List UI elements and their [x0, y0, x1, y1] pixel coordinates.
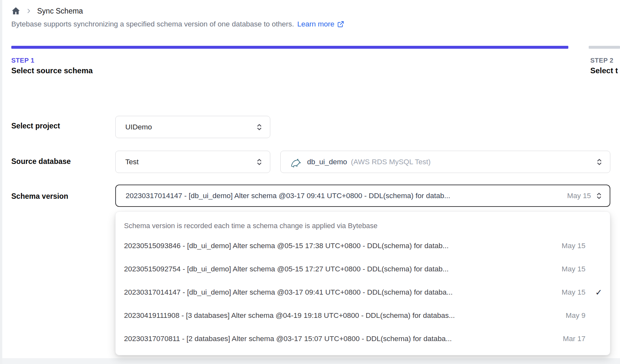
- source-environment-value: Test: [125, 158, 251, 166]
- learn-more-label: Learn more: [297, 20, 335, 28]
- step2-label: STEP 2: [590, 57, 614, 64]
- option-text: 20230419111908 - [3 databases] Alter sch…: [124, 311, 560, 320]
- option-date: May 15: [560, 288, 585, 297]
- option-date: May 15: [560, 265, 585, 273]
- schema-version-option[interactable]: 20230419111908 - [3 databases] Alter sch…: [124, 304, 602, 327]
- step2-progress-bar: [589, 46, 620, 49]
- option-text: 20230317014147 - [db_ui_demo] Alter sche…: [124, 288, 560, 297]
- page-title: Sync Schema: [37, 7, 83, 15]
- schema-version-option-selected[interactable]: 20230317014147 - [db_ui_demo] Alter sche…: [124, 281, 602, 304]
- select-updown-icon: [595, 192, 603, 200]
- intro-text: Bytebase supports synchronizing a specif…: [11, 20, 294, 28]
- step1-progress-bar: [11, 46, 568, 49]
- option-text: 20230515093846 - [db_ui_demo] Alter sche…: [124, 242, 560, 250]
- step1-title: Select source schema: [11, 66, 93, 75]
- option-date: May 15: [560, 242, 585, 250]
- page-left-divider: [0, 0, 2, 364]
- step2-title: Select t: [590, 66, 618, 75]
- external-link-icon: [337, 21, 344, 28]
- schema-version-date: May 15: [567, 192, 591, 200]
- source-database-label: Source database: [11, 157, 71, 166]
- page-bottom-background: [0, 358, 620, 364]
- option-text: 20230515092754 - [db_ui_demo] Alter sche…: [124, 265, 560, 273]
- project-select[interactable]: UIDemo: [115, 116, 270, 138]
- dropdown-hint: Schema version is recorded each time a s…: [124, 217, 602, 234]
- option-text: 20230317070811 - [2 databases] Alter sch…: [124, 335, 560, 343]
- home-breadcrumb-button[interactable]: [11, 6, 20, 15]
- home-icon: [11, 6, 20, 15]
- select-updown-icon: [256, 158, 263, 166]
- source-environment-select[interactable]: Test: [115, 151, 270, 173]
- schema-version-label: Schema version: [11, 192, 68, 201]
- step1-label: STEP 1: [11, 57, 35, 64]
- project-select-value: UIDemo: [125, 123, 251, 131]
- intro-line: Bytebase supports synchronizing a specif…: [11, 20, 344, 28]
- select-updown-icon: [596, 158, 603, 166]
- chevron-right-icon: [26, 8, 31, 14]
- source-database-detail: (AWS RDS MySQL Test): [351, 158, 591, 166]
- schema-version-option[interactable]: 20230515092754 - [db_ui_demo] Alter sche…: [124, 258, 602, 281]
- option-date: Mar 17: [560, 335, 585, 343]
- mysql-icon: [290, 156, 302, 168]
- select-updown-icon: [256, 123, 263, 131]
- learn-more-link[interactable]: Learn more: [297, 20, 344, 28]
- source-database-select[interactable]: db_ui_demo (AWS RDS MySQL Test): [280, 151, 610, 173]
- source-database-name: db_ui_demo: [307, 158, 347, 166]
- option-date: May 9: [560, 311, 585, 320]
- select-project-label: Select project: [11, 122, 60, 130]
- schema-version-option[interactable]: 20230515093846 - [db_ui_demo] Alter sche…: [124, 234, 602, 258]
- schema-version-dropdown: Schema version is recorded each time a s…: [115, 211, 610, 355]
- schema-version-value: 20230317014147 - [db_ui_demo] Alter sche…: [126, 192, 561, 200]
- breadcrumb: Sync Schema: [11, 5, 83, 17]
- check-icon: ✓: [585, 288, 602, 298]
- schema-version-option[interactable]: 20230317070811 - [2 databases] Alter sch…: [124, 327, 602, 350]
- schema-version-select[interactable]: 20230317014147 - [db_ui_demo] Alter sche…: [115, 185, 610, 207]
